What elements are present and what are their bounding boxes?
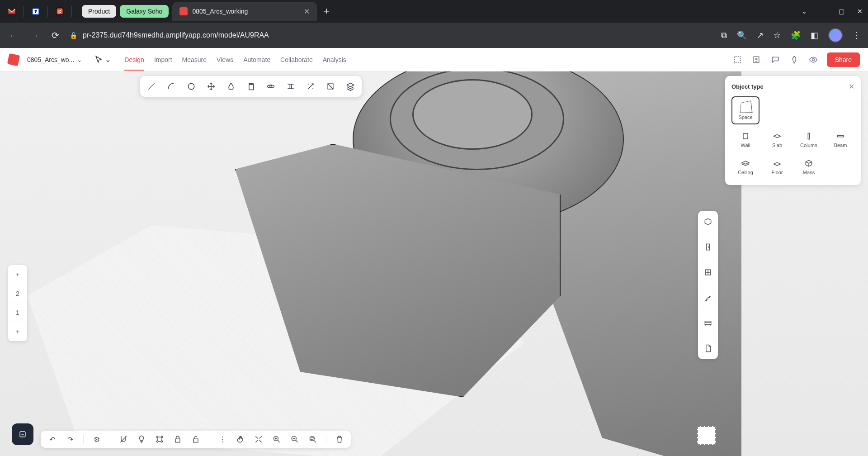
pan-icon[interactable] [236, 434, 245, 444]
level-add-top[interactable]: + [8, 265, 27, 284]
view-cube[interactable] [697, 426, 716, 445]
tab-title: 0805_Arcs_working [192, 8, 248, 15]
label: Column [800, 142, 817, 148]
menu-design[interactable]: Design [124, 56, 144, 71]
menu-automate[interactable]: Automate [243, 56, 270, 63]
profile-avatar[interactable] [828, 28, 843, 43]
space-tool-icon[interactable] [702, 215, 714, 228]
delete-icon[interactable] [335, 434, 344, 444]
quantities-icon[interactable] [751, 54, 762, 65]
app-logo-icon[interactable] [7, 53, 20, 66]
sidepanel-icon[interactable]: ◧ [811, 30, 818, 40]
share-button[interactable]: Share [827, 52, 860, 67]
object-type-panel: Object type ✕ Space Wall Slab Column Bea… [725, 76, 861, 185]
close-window-icon[interactable]: ✕ [857, 8, 863, 15]
settings-icon[interactable]: ⚙ [92, 434, 102, 444]
object-type-beam[interactable]: Beam [826, 128, 854, 152]
pinned-tab-galaxy[interactable]: Galaxy Soho [120, 5, 169, 18]
section-tool[interactable] [324, 80, 337, 93]
stair-tool-icon[interactable] [702, 291, 714, 304]
browser-tab-active[interactable]: 0805_Arcs_working ✕ [172, 2, 317, 21]
pinned-tab-product[interactable]: Product [82, 5, 116, 18]
lightbulb-icon[interactable] [137, 434, 146, 444]
menu-import[interactable]: Import [154, 56, 172, 63]
url-text: pr-2375.dud74h9smedhd.amplifyapp.com/mod… [83, 31, 269, 39]
todoist-icon[interactable] [53, 5, 66, 18]
menu-measure[interactable]: Measure [182, 56, 207, 63]
gmail-icon[interactable] [5, 5, 18, 18]
svg-rect-14 [705, 322, 711, 324]
divider [47, 6, 48, 17]
align-tool[interactable] [284, 80, 297, 93]
grid-snap-icon[interactable] [155, 434, 165, 444]
minimize-icon[interactable]: — [820, 8, 826, 15]
circle-tool[interactable] [184, 80, 198, 93]
chevron-down-icon[interactable]: ⌄ [802, 8, 807, 15]
project-name-dropdown[interactable]: 0805_Arcs_wo... ⌄ [27, 56, 82, 63]
menu-collaborate[interactable]: Collaborate [280, 56, 313, 63]
magic-tool[interactable] [304, 80, 317, 93]
paint-tool[interactable] [224, 80, 238, 93]
menu-analysis[interactable]: Analysis [323, 56, 346, 63]
svg-rect-17 [837, 135, 843, 137]
door-tool-icon[interactable] [702, 241, 714, 253]
visibility-icon[interactable] [808, 54, 819, 65]
object-type-space[interactable]: Space [731, 96, 760, 124]
extensions-icon[interactable]: 🧩 [791, 30, 801, 40]
help-fab[interactable] [12, 423, 33, 445]
zoom-in-icon[interactable] [272, 434, 282, 444]
object-type-mass[interactable]: Mass [795, 155, 823, 179]
level-add-bottom[interactable]: + [8, 322, 27, 341]
object-type-floor[interactable]: Floor [763, 155, 791, 179]
fit-icon[interactable] [254, 434, 264, 444]
menu-views[interactable]: Views [217, 56, 233, 63]
object-type-wall[interactable]: Wall [731, 128, 760, 152]
comments-icon[interactable] [770, 54, 781, 65]
window-tool-icon[interactable] [702, 266, 714, 279]
search-icon[interactable]: 🔍 [737, 30, 747, 40]
lock-icon: 🔒 [70, 32, 77, 39]
tab-close-icon[interactable]: ✕ [304, 7, 310, 16]
svg-rect-22 [175, 439, 180, 442]
undo-button[interactable]: ↶ [47, 434, 57, 444]
reload-button[interactable]: ⟳ [49, 29, 61, 42]
snap-toggle-icon[interactable] [118, 434, 128, 444]
level-2[interactable]: 2 [8, 284, 27, 303]
zoom-region-icon[interactable] [308, 434, 318, 444]
sustainability-icon[interactable] [789, 54, 800, 65]
new-tab-button[interactable]: + [323, 5, 329, 17]
level-control: + 2 1 + [8, 265, 27, 341]
move-tool[interactable] [204, 80, 218, 93]
redo-button[interactable]: ↷ [65, 434, 75, 444]
furniture-tool-icon[interactable] [702, 317, 714, 329]
orbit-tool[interactable] [264, 80, 278, 93]
copy-tool[interactable] [244, 80, 258, 93]
share-icon[interactable]: ↗ [757, 30, 764, 40]
forward-button[interactable]: → [28, 29, 41, 42]
level-1[interactable]: 1 [8, 303, 27, 322]
document-tool-icon[interactable] [702, 342, 714, 355]
maximize-icon[interactable]: ▢ [839, 8, 844, 15]
open-external-icon[interactable]: ⧉ [721, 31, 727, 40]
object-type-ceiling[interactable]: Ceiling [731, 155, 760, 179]
object-type-slab[interactable]: Slab [763, 128, 791, 152]
unlock-icon[interactable] [191, 434, 201, 444]
app-header: 0805_Arcs_wo... ⌄ ⌄ Design Import Measur… [0, 48, 868, 71]
label: Slab [772, 142, 782, 148]
calendar-icon[interactable]: 7 [29, 5, 42, 18]
lock-icon[interactable] [173, 434, 183, 444]
arc-tool[interactable] [165, 80, 178, 93]
layers-tool[interactable] [344, 80, 357, 93]
separator [110, 435, 110, 444]
more-icon[interactable]: ⋮ [217, 434, 227, 444]
panel-close-icon[interactable]: ✕ [849, 82, 854, 91]
back-button[interactable]: ← [7, 29, 20, 42]
kebab-menu-icon[interactable]: ⋮ [853, 30, 861, 40]
selection-mode-dropdown[interactable]: ⌄ [94, 55, 111, 64]
object-type-column[interactable]: Column [795, 128, 823, 152]
selection-toggle-icon[interactable] [732, 54, 743, 65]
zoom-out-icon[interactable] [290, 434, 300, 444]
bookmark-icon[interactable]: ☆ [774, 30, 781, 40]
url-field[interactable]: 🔒 pr-2375.dud74h9smedhd.amplifyapp.com/m… [70, 31, 713, 39]
line-tool[interactable] [145, 80, 158, 93]
